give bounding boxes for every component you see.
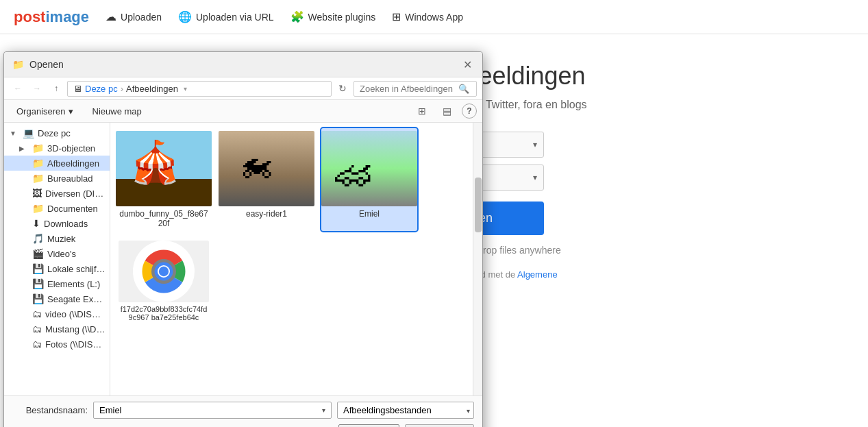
sidebar-item-downloads[interactable]: ⬇ Downloads [4, 216, 110, 231]
plugins-link[interactable]: 🧩 Website plugins [290, 10, 376, 23]
search-box: 🔍 [354, 81, 477, 97]
back-button[interactable]: ← [10, 80, 26, 97]
filetype-wrapper: Afbeeldingsbestanden Alle bestanden ▾ [337, 402, 474, 419]
up-button[interactable]: ↑ [48, 80, 64, 97]
deze-pc-icon: 💻 [23, 127, 34, 138]
file-item-chrome[interactable]: f17d2c70a9bbf833cfc74fd9c967 ba7e25feb64… [116, 238, 212, 324]
folder-sea-label: Seagate Expansio [47, 294, 106, 304]
file-content-area: dumbo_funny_05_f8e6720f easy-rider1 Emie… [110, 123, 482, 395]
sidebar-item-diversen[interactable]: 🖼 Diversen (DISKST [4, 186, 110, 201]
file-item-emiel[interactable]: Emiel [321, 128, 417, 231]
filename-input[interactable] [99, 405, 322, 415]
windows-icon: ⊞ [392, 10, 401, 23]
sidebar-item-documenten[interactable]: 📁 Documenten [4, 201, 110, 216]
thumbnail-chrome [119, 241, 209, 302]
breadcrumb-pc: Deze pc [85, 84, 118, 94]
expand-icon: ▼ [10, 130, 19, 137]
filename-row: Bestandsnaam: ▾ Afbeeldingsbestanden All… [12, 402, 474, 419]
breadcrumb-separator: › [121, 84, 123, 94]
folder-afb-icon: 📁 [32, 158, 44, 169]
organize-arrow: ▾ [69, 106, 73, 117]
sidebar-item-videos[interactable]: 🎬 Video's [4, 246, 110, 261]
folder-3d-icon: 📁 [32, 143, 44, 154]
breadcrumb-current: Afbeeldingen [126, 84, 178, 94]
sidebar-item-video-net[interactable]: 🗂 video (\\DISKSTA [4, 306, 110, 321]
file-label-dumbo: dumbo_funny_05_f8e6720f [119, 209, 209, 228]
file-label-emiel: Emiel [359, 209, 380, 219]
sidebar-item-fotos[interactable]: 🗂 Fotos (\\DISKST [4, 337, 110, 352]
file-item-dumbo[interactable]: dumbo_funny_05_f8e6720f [116, 128, 212, 231]
folder-elem-label: Elements (L:) [47, 279, 100, 289]
dialog-body: ▼ 💻 Deze pc ▶ 📁 3D-objecten 📁 Afbeelding… [4, 123, 482, 395]
upload-url-label: Uploaden via URL [196, 12, 274, 23]
file-open-dialog: 📁 Openen ✕ ← → ↑ 🖥 Deze pc › Afbeeldinge… [3, 51, 483, 427]
folder-muz-label: Muziek [47, 234, 75, 244]
filetype-select[interactable]: Afbeeldingsbestanden Alle bestanden [337, 402, 474, 419]
easyrider-image [219, 131, 314, 206]
breadcrumb-arrow: ▾ [184, 85, 187, 93]
file-item-easyrider[interactable]: easy-rider1 [219, 128, 314, 231]
sidebar-item-deze-pc[interactable]: ▼ 💻 Deze pc [4, 125, 110, 141]
sidebar-item-3d[interactable]: ▶ 📁 3D-objecten [4, 141, 110, 156]
folder-elem-icon: 💾 [32, 278, 44, 289]
sidebar-item-muziek[interactable]: 🎵 Muziek [4, 231, 110, 246]
sidebar-item-seagate[interactable]: 💾 Seagate Expansio [4, 291, 110, 306]
folder-dl-label: Downloads [44, 219, 88, 229]
file-scrollbar-track[interactable] [473, 123, 482, 395]
folder-lokaal-icon: 💾 [32, 263, 44, 274]
chrome-logo-svg [133, 241, 195, 302]
breadcrumb-bar[interactable]: 🖥 Deze pc › Afbeeldingen ▾ [67, 81, 332, 97]
upload-url-link[interactable]: 🌐 Uploaden via URL [178, 10, 274, 23]
folder-doc-icon: 📁 [32, 203, 44, 214]
sidebar-item-afbeeldingen[interactable]: 📁 Afbeeldingen [4, 156, 110, 171]
organize-button[interactable]: Organiseren ▾ [10, 103, 80, 119]
folder-must-label: Mustang (\\DISK [45, 324, 106, 334]
filename-input-wrapper: ▾ [93, 402, 332, 419]
forward-button[interactable]: → [29, 80, 45, 97]
file-label-easyrider: easy-rider1 [246, 209, 287, 219]
open-button[interactable]: Openen [338, 424, 399, 427]
folder-sea-icon: 💾 [32, 293, 44, 304]
nav-pane: ▼ 💻 Deze pc ▶ 📁 3D-objecten 📁 Afbeelding… [4, 123, 110, 395]
filename-label: Bestandsnaam: [12, 405, 88, 415]
folder-doc-label: Documenten [47, 204, 98, 214]
upload-link[interactable]: ☁ Uploaden [106, 10, 162, 23]
upload-url-icon: 🌐 [178, 10, 192, 23]
help-button[interactable]: ? [462, 103, 477, 119]
dialog-toolbar: Organiseren ▾ Nieuwe map ⊞ ▤ ? [4, 100, 482, 123]
folder-vnet-icon: 🗂 [32, 308, 42, 319]
main-content: 📁 Openen ✕ ← → ↑ 🖥 Deze pc › Afbeeldinge… [0, 34, 868, 427]
cancel-button[interactable]: Annuleren [405, 424, 474, 427]
view-button-2[interactable]: ▤ [437, 103, 456, 119]
plugins-icon: 🧩 [290, 10, 304, 23]
windows-app-label: Windows App [405, 12, 463, 23]
file-scrollbar-thumb[interactable] [475, 178, 482, 232]
logo-image: image [45, 8, 89, 26]
filename-dropdown-arrow: ▾ [322, 406, 325, 414]
folder-lokaal-label: Lokale schijf (C:) [47, 264, 106, 274]
windows-app-link[interactable]: ⊞ Windows App [392, 10, 463, 23]
new-folder-label: Nieuwe map [92, 106, 142, 117]
file-label-chrome: f17d2c70a9bbf833cfc74fd9c967 ba7e25feb64… [119, 305, 209, 321]
folder-dl-icon: ⬇ [32, 218, 40, 229]
view-button-1[interactable]: ⊞ [412, 103, 432, 119]
folder-3d-label: 3D-objecten [47, 143, 95, 154]
folder-afb-label: Afbeeldingen [47, 158, 99, 169]
new-folder-button[interactable]: Nieuwe map [86, 103, 149, 119]
refresh-button[interactable]: ↻ [334, 80, 351, 97]
dialog-title-text: Openen [29, 59, 64, 70]
folder-fotos-icon: 🗂 [32, 339, 42, 350]
dialog-close-button[interactable]: ✕ [460, 58, 474, 71]
organize-label: Organiseren [16, 106, 66, 117]
sidebar-item-bureaublad[interactable]: 📁 Bureaublad [4, 171, 110, 186]
sidebar-item-lokale-schijf[interactable]: 💾 Lokale schijf (C:) [4, 261, 110, 276]
sidebar-item-elements[interactable]: 💾 Elements (L:) [4, 276, 110, 291]
svg-point-4 [159, 267, 169, 276]
sidebar-item-mustang[interactable]: 🗂 Mustang (\\DISK [4, 321, 110, 337]
upload-icon: ☁ [106, 10, 116, 23]
search-input[interactable] [360, 84, 456, 94]
folder-muz-icon: 🎵 [32, 233, 44, 244]
breadcrumb-pc-icon: 🖥 [73, 84, 82, 94]
folder-div-label: Diversen (DISKST [45, 188, 106, 199]
folder-fotos-label: Fotos (\\DISKST [45, 339, 106, 350]
